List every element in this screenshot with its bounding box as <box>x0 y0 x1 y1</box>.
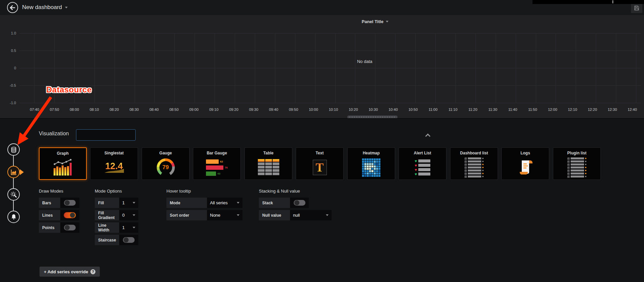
x-tick-label: 12:40 <box>626 108 639 112</box>
sidebar-item-general[interactable] <box>7 188 20 201</box>
caret-down-icon <box>133 214 135 216</box>
viz-card-singlestat[interactable]: Singlestat 12.4 <box>90 147 138 180</box>
dashboard-title: New dashboard <box>22 4 62 11</box>
heart-icon: ♥ <box>415 159 417 163</box>
viz-card-plugin-list[interactable]: Plugin list <box>553 147 601 180</box>
graph-plot-area[interactable] <box>19 33 641 103</box>
fill-gradient-select[interactable]: 0 <box>119 210 138 220</box>
bar-gauge-value: 76 <box>225 166 228 169</box>
heart-icon: ♥ <box>415 168 417 171</box>
panel-title-dropdown[interactable]: Panel Title <box>347 19 404 24</box>
x-tick-label: 08:30 <box>128 108 141 112</box>
viz-card-gauge[interactable]: Gauge 79 <box>142 147 190 180</box>
graph-preview-icon <box>40 156 86 179</box>
screen-top-tick <box>613 0 613 3</box>
heart-icon: ♥ <box>415 172 417 176</box>
arrow-left-icon <box>10 5 15 10</box>
viz-card-logs[interactable]: Logs <box>501 147 549 180</box>
stack-toggle[interactable] <box>294 200 305 206</box>
area-chart-icon <box>10 168 17 176</box>
x-tick-label: 11:00 <box>426 108 440 112</box>
staircase-toggle[interactable] <box>123 237 135 243</box>
visualization-section-label: Visualization <box>39 131 69 137</box>
points-toggle[interactable] <box>64 225 76 230</box>
sort-order-select[interactable]: None <box>207 210 242 220</box>
x-tick-label: 08:20 <box>108 108 121 112</box>
viz-card-bar-gauge[interactable]: Bar Gauge 62 76 43 <box>193 147 241 180</box>
x-tick-label: 10:40 <box>386 108 400 112</box>
sidebar-item-visualization[interactable] <box>7 166 20 178</box>
y-axis-ticks: 1.00.50-0.5-1.0 <box>3 31 16 105</box>
x-tick-label: 08:00 <box>68 108 81 112</box>
help-icon: ? <box>90 269 95 274</box>
heatmap-preview-icon <box>348 155 395 180</box>
viz-card-dashboard-list[interactable]: Dashboard list <box>450 147 498 180</box>
text-preview-glyph: T <box>315 161 324 173</box>
bars-toggle[interactable] <box>64 200 76 206</box>
viz-card-label: Bar Gauge <box>207 151 227 155</box>
bell-icon <box>10 214 17 220</box>
x-tick-label: 07:40 <box>28 108 41 112</box>
x-tick-label: 10:30 <box>367 108 380 112</box>
dashboard-title-dropdown[interactable]: New dashboard <box>22 4 68 11</box>
add-series-override-button[interactable]: + Add series override ? <box>40 267 100 277</box>
option-row-bars: Bars <box>39 198 79 208</box>
viz-card-label: Heatmap <box>363 151 380 155</box>
gear-wrench-icon <box>10 191 17 198</box>
mode-options-title: Mode Options <box>95 189 122 194</box>
save-dashboard-button[interactable] <box>631 3 642 13</box>
x-tick-label: 09:40 <box>267 108 280 112</box>
y-tick-label: 0 <box>14 66 16 70</box>
caret-down-icon <box>133 227 135 228</box>
viz-search-box[interactable] <box>76 129 136 141</box>
save-icon <box>634 5 639 11</box>
null-value-select[interactable]: null <box>290 210 332 220</box>
panel-title: Panel Title <box>362 19 383 24</box>
viz-card-text[interactable]: Text T <box>296 147 344 180</box>
viz-card-heatmap[interactable]: Heatmap <box>347 147 395 180</box>
option-row-fill-gradient: Fill Gradient 0 <box>95 210 138 220</box>
x-tick-label: 11:20 <box>466 108 480 112</box>
viz-card-table[interactable]: Table <box>244 147 292 180</box>
viz-card-label: Dashboard list <box>460 151 488 155</box>
annotation-datasource-label: Datasource <box>46 85 92 94</box>
y-tick-label: 1.0 <box>11 31 16 36</box>
x-tick-label: 09:20 <box>227 108 240 112</box>
viz-card-graph[interactable]: Graph <box>39 147 87 180</box>
option-row-staircase: Staircase <box>95 235 138 245</box>
caret-down-icon <box>237 214 239 216</box>
x-tick-label: 10:00 <box>307 108 320 112</box>
x-tick-label: 09:00 <box>187 108 201 112</box>
viz-card-label: Alert List <box>414 151 431 155</box>
x-tick-label: 08:40 <box>147 108 161 112</box>
plugin-list-preview-icon <box>553 155 600 180</box>
back-button[interactable] <box>7 2 18 13</box>
x-tick-label: 12:10 <box>566 108 579 112</box>
x-tick-label: 11:10 <box>446 108 460 112</box>
viz-card-label: Gauge <box>159 151 172 155</box>
viz-card-label: Table <box>263 151 273 155</box>
caret-down-icon <box>65 7 68 8</box>
tooltip-mode-select[interactable]: All series <box>207 198 242 208</box>
x-tick-label: 10:20 <box>347 108 360 112</box>
x-axis-ticks: 07:4007:5008:0008:1008:2008:3008:4008:50… <box>19 108 641 112</box>
viz-card-label: Graph <box>57 151 69 156</box>
viz-card-alert-list[interactable]: Alert List ♥ ♥ ♥ ♥ <box>399 147 446 180</box>
x-tick-label: 11:50 <box>526 108 540 112</box>
sidebar-item-datasource[interactable] <box>7 143 20 156</box>
text-preview-icon: T <box>296 155 343 180</box>
heart-icon: ♥ <box>415 164 417 167</box>
sidebar-item-alert[interactable] <box>7 211 20 223</box>
y-tick-label: 0.5 <box>11 48 16 53</box>
option-row-points: Points <box>39 222 79 233</box>
singlestat-preview-icon: 12.4 <box>90 155 138 180</box>
bar-gauge-value: 62 <box>220 160 223 163</box>
x-tick-label: 12:30 <box>606 108 619 112</box>
collapse-section-chevron-icon[interactable] <box>425 134 431 139</box>
lines-toggle[interactable] <box>64 212 76 218</box>
line-width-select[interactable]: 1 <box>119 222 138 233</box>
fill-select[interactable]: 1 <box>119 198 138 208</box>
bar-gauge-value: 43 <box>217 172 220 175</box>
stacking-title: Stacking & Null value <box>259 189 300 194</box>
viz-search-input[interactable] <box>81 133 140 138</box>
